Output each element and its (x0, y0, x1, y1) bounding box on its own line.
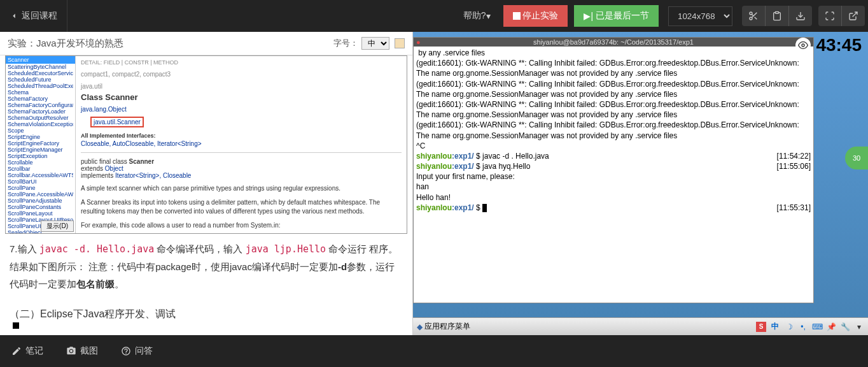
terminal-window[interactable]: ● shiyanlou@ba9d7a69374b: ~/Code/2013531… (413, 37, 814, 303)
experiment-title: 实验：Java开发环境的熟悉 (8, 38, 123, 50)
svg-line-8 (853, 12, 857, 17)
svg-point-9 (802, 44, 804, 47)
external-icon (848, 11, 858, 21)
javadoc-selected-class: Scanner (6, 56, 75, 64)
download-button[interactable] (789, 6, 812, 26)
javadoc-detail-header: DETAIL: FIELD | CONSTR | METHOD (81, 59, 402, 66)
moon-icon[interactable]: ☽ (784, 322, 794, 332)
punct-icon[interactable]: •, (798, 322, 808, 332)
screenshot-button[interactable]: 截图 (55, 345, 109, 357)
vm-desktop[interactable]: 43:45 30 ● shiyanlou@ba9d7a69374b: ~/Cod… (413, 32, 868, 335)
back-label: 返回课程 (22, 10, 57, 22)
scroll-handle[interactable] (13, 322, 19, 329)
svg-rect-6 (775, 11, 778, 13)
svg-point-2 (750, 17, 752, 20)
help-button[interactable]: 帮助? ▾ (454, 10, 500, 22)
cut-button[interactable] (742, 6, 766, 26)
javadoc-class-list: ScatteringByteChannelScheduledExecutorSe… (6, 64, 75, 233)
instruction-text: 7.输入 javac -d. Hello.java 命令编译代码，输入 java… (0, 234, 412, 330)
external-button[interactable] (842, 6, 865, 26)
back-button[interactable]: 返回课程 (0, 0, 67, 32)
chevron-down-icon[interactable]: ▾ (854, 322, 864, 332)
terminal-output[interactable]: by any .service files(gedit:16601): Gtk-… (414, 47, 813, 214)
notes-button[interactable]: 笔记 (0, 345, 55, 357)
fullscreen-icon (825, 11, 835, 21)
stop-experiment-button[interactable]: 停止实验 (503, 5, 568, 27)
tool-icon[interactable]: 🔧 (840, 322, 850, 332)
fullscreen-button[interactable] (818, 6, 842, 26)
scissors-icon (748, 11, 759, 21)
pin-icon[interactable]: 📌 (826, 322, 836, 332)
qa-button[interactable]: 问答 (109, 345, 164, 357)
instructions-pane: 实验：Java开发环境的熟悉 字号： 中 Scanner ScatteringB… (0, 32, 413, 335)
svg-rect-0 (513, 12, 521, 20)
resolution-select[interactable]: 1024x768 (668, 6, 732, 26)
section-2-title: （二）Eclipse下Java程序开发、调试 (10, 305, 403, 324)
next-icon: ▶| (584, 11, 593, 21)
font-size-label: 字号： (333, 38, 358, 49)
javadoc-class-title: Class Scanner (81, 92, 402, 102)
svg-line-5 (752, 14, 753, 16)
level-badge[interactable]: 30 (845, 147, 868, 169)
close-icon[interactable]: ● (416, 38, 421, 46)
stop-icon (513, 12, 521, 20)
download-icon (795, 11, 806, 21)
javadoc-screenshot: Scanner ScatteringByteChannelScheduledEx… (5, 55, 407, 234)
highlighted-class: java.util.Scanner (90, 117, 144, 127)
next-section-button[interactable]: ▶| 已是最后一节 (574, 5, 659, 27)
pencil-icon (11, 346, 22, 356)
question-icon (121, 346, 131, 356)
svg-line-4 (755, 17, 757, 20)
ime-icon[interactable]: S (756, 322, 766, 332)
clipboard-button[interactable] (766, 6, 789, 26)
font-size-select[interactable]: 中 (361, 37, 389, 50)
display-button: 显示(D) (41, 220, 74, 232)
lang-icon[interactable]: 中 (770, 322, 780, 332)
taskbar[interactable]: ◆ 应用程序菜单 S 中 ☽ •, ⌨ 📌 🔧 ▾ (413, 317, 868, 335)
eye-icon[interactable] (795, 38, 811, 53)
clipboard-icon (772, 11, 782, 21)
arrow-left-icon (10, 11, 18, 20)
terminal-title-bar[interactable]: ● shiyanlou@ba9d7a69374b: ~/Code/2013531… (414, 38, 813, 47)
svg-point-1 (750, 12, 752, 15)
document-icon[interactable] (395, 38, 405, 48)
camera-icon (66, 346, 76, 356)
keyboard-icon[interactable]: ⌨ (812, 322, 822, 332)
app-menu-icon[interactable]: ◆ (417, 322, 423, 331)
app-menu-label[interactable]: 应用程序菜单 (424, 321, 470, 332)
timer-display: 43:45 (795, 35, 862, 55)
